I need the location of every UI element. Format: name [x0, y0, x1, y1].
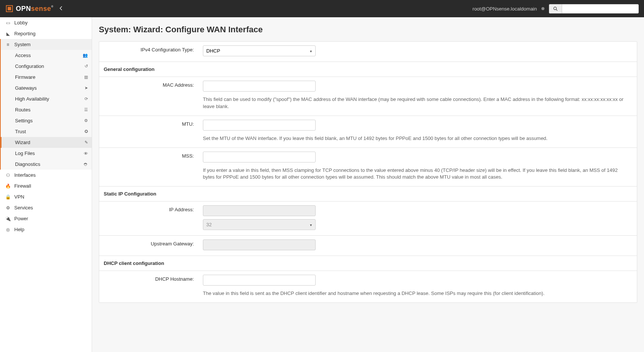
sidebar-item-label: High Availability — [15, 96, 49, 102]
hostname-label[interactable]: root@OPNsense.localdomain — [473, 6, 537, 12]
brand-logo[interactable]: OPNsense® — [5, 4, 53, 13]
section-header-dhcpclient: DHCP client configuration — [99, 256, 637, 271]
sidebar-subitem-firmware[interactable]: Firmware▥ — [1, 72, 92, 83]
sidebar-item-interfaces[interactable]: ⚇Interfaces — [0, 170, 92, 181]
laptop-icon: ▭ — [5, 20, 11, 26]
upstream-gateway-input — [203, 239, 316, 250]
sidebar-item-lobby[interactable]: ▭Lobby — [0, 17, 92, 28]
sidebar-item-label: Trust — [15, 129, 26, 134]
plug-icon: 🔌 — [5, 216, 11, 221]
sidebar-item-label: Services — [14, 205, 33, 211]
sidebar-subitem-trust[interactable]: Trust✪ — [1, 126, 92, 137]
top-nav: OPNsense® root@OPNsense.localdomain — [0, 0, 644, 17]
ip-address-input — [203, 205, 316, 216]
sidebar-item-help[interactable]: ◎Help — [0, 224, 92, 235]
sidebar-item-label: Configuration — [15, 63, 44, 69]
lock-icon: 🔒 — [5, 194, 11, 200]
mac-address-label: MAC Address: — [99, 77, 198, 116]
sidebar-item-power[interactable]: 🔌Power — [0, 213, 92, 224]
settings-sliders-icon: ☰ — [84, 107, 88, 112]
brand-text-b: sense — [31, 5, 51, 12]
sidebar-item-label: Diagnostics — [15, 161, 40, 167]
mtu-label: MTU: — [99, 116, 198, 147]
sidebar-item-firewall[interactable]: 🔥Firewall — [0, 181, 92, 191]
sidebar-subitem-routes[interactable]: Routes☰ — [1, 104, 92, 115]
search-input[interactable] — [562, 4, 639, 14]
wizard-form-panel: IPv4 Configuration Type: ▾ General confi… — [99, 41, 637, 303]
page-title: System: Wizard: Configure WAN Interface — [99, 25, 637, 35]
search-button[interactable] — [549, 4, 562, 14]
sidebar-item-label: Log Files — [15, 150, 35, 156]
sidebar-subitem-wizard[interactable]: Wizard✎ — [1, 137, 92, 148]
history-icon: ↺ — [85, 64, 88, 69]
sidebar-subitem-gateways[interactable]: Gateways➤ — [1, 83, 92, 93]
sidebar-item-vpn[interactable]: 🔒VPN — [0, 191, 92, 202]
sidebar: ▭Lobby ◣Reporting ≡System Access👥 Config… — [0, 17, 92, 352]
ipv4-type-label: IPv4 Configuration Type: — [99, 42, 198, 62]
sidebar-item-services[interactable]: ⚙Services — [0, 202, 92, 213]
sidebar-item-label: Access — [15, 53, 31, 58]
mss-label: MSS: — [99, 148, 198, 187]
section-header-staticip: Static IP Configuration — [99, 187, 637, 202]
status-indicator-icon[interactable] — [541, 7, 544, 10]
sidebar-subitem-configuration[interactable]: Configuration↺ — [1, 61, 92, 72]
sidebar-item-reporting[interactable]: ◣Reporting — [0, 28, 92, 39]
sidebar-item-label: Lobby — [14, 20, 27, 26]
location-arrow-icon: ➤ — [85, 86, 88, 90]
brand-reg: ® — [51, 5, 53, 8]
sidebar-item-label: VPN — [14, 194, 24, 200]
collapse-sidebar-button[interactable] — [59, 5, 63, 12]
chevron-left-icon — [59, 6, 63, 11]
magic-wand-icon: ✎ — [85, 140, 88, 145]
dhcp-hostname-label: DHCP Hostname: — [99, 271, 198, 302]
sidebar-item-label: Firewall — [14, 183, 31, 189]
dhcp-hostname-input[interactable] — [203, 275, 316, 286]
eye-icon: 👁 — [84, 151, 88, 156]
refresh-icon: ⟳ — [85, 96, 88, 101]
search-group — [549, 4, 639, 14]
sidebar-item-label: Help — [14, 227, 24, 232]
search-icon — [553, 6, 558, 11]
gear-icon: ⚙ — [5, 205, 11, 211]
mss-help: If you enter a value in this field, then… — [203, 167, 632, 181]
brand-text-a: OPN — [16, 5, 31, 12]
ip-cidr-select — [203, 219, 316, 230]
sidebar-item-label: Power — [14, 216, 28, 221]
mss-input[interactable] — [203, 152, 316, 162]
sidebar-subitem-ha[interactable]: High Availability⟳ — [1, 93, 92, 104]
sidebar-subitem-logfiles[interactable]: Log Files👁 — [1, 148, 92, 159]
sidebar-item-label: Settings — [15, 118, 33, 123]
sidebar-item-system[interactable]: ≡System — [1, 39, 92, 50]
hdd-icon: ▥ — [84, 75, 88, 80]
sidebar-item-label: Gateways — [15, 85, 37, 91]
mac-address-input[interactable] — [203, 81, 316, 92]
sidebar-item-label: Reporting — [14, 31, 35, 36]
sidebar-item-label: Interfaces — [14, 172, 36, 178]
life-ring-icon: ◎ — [5, 227, 11, 232]
cogs-icon: ⚙ — [84, 118, 88, 123]
sidebar-item-label: Routes — [15, 107, 30, 113]
main-content: System: Wizard: Configure WAN Interface … — [92, 17, 644, 352]
dhcp-hostname-help: The value in this field is sent as the D… — [203, 290, 632, 297]
fire-icon: 🔥 — [5, 184, 11, 189]
svg-rect-1 — [8, 7, 11, 10]
ipv4-type-select[interactable] — [203, 45, 316, 56]
sidebar-subitem-diagnostics[interactable]: Diagnostics⛑ — [1, 159, 92, 170]
certificate-icon: ✪ — [85, 129, 88, 134]
sidebar-item-label: Firmware — [15, 74, 35, 80]
svg-line-3 — [556, 9, 557, 11]
medkit-icon: ⛑ — [84, 162, 88, 167]
sidebar-subitem-settings[interactable]: Settings⚙ — [1, 115, 92, 126]
mtu-help: Set the MTU of the WAN interface. If you… — [203, 135, 632, 142]
sitemap-icon: ⚇ — [5, 173, 11, 178]
sidebar-item-label: Wizard — [15, 140, 30, 145]
brand-icon — [5, 4, 14, 13]
ip-address-label: IP Address: — [99, 202, 198, 235]
mac-address-help: This field can be used to modify ("spoof… — [203, 96, 632, 110]
mtu-input[interactable] — [203, 120, 316, 131]
sidebar-item-label: System — [14, 42, 30, 47]
section-header-general: General configuration — [99, 62, 637, 77]
list-icon: ≡ — [5, 42, 11, 47]
area-chart-icon: ◣ — [5, 31, 11, 36]
sidebar-subitem-access[interactable]: Access👥 — [1, 50, 92, 61]
